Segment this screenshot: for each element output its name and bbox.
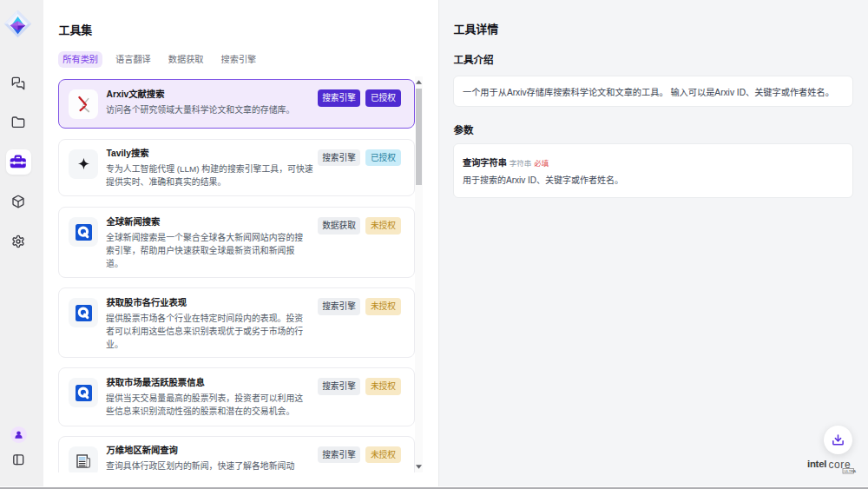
- svg-text:ULTRA: ULTRA: [844, 469, 856, 473]
- svg-text:intel: intel: [807, 459, 826, 469]
